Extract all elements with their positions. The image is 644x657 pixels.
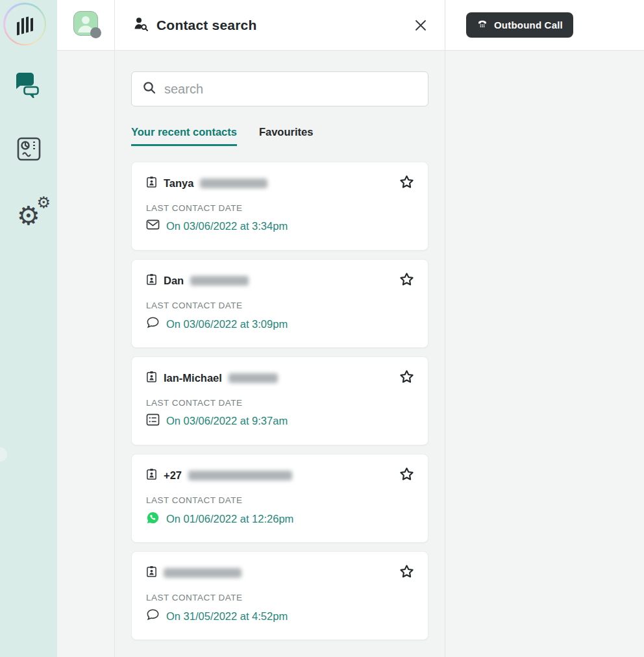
workspace-pane: Outbound Call: [445, 0, 644, 657]
agent-column: [57, 0, 114, 657]
redacted-name: [200, 179, 267, 188]
phone-dialpad-icon: [477, 18, 488, 32]
sidebar-collapse-handle[interactable]: [0, 447, 7, 462]
dashboard-icon: [13, 134, 44, 167]
agent-avatar[interactable]: [73, 11, 98, 36]
email-icon: [146, 219, 160, 233]
contact-name: Dan: [164, 275, 184, 287]
contact-card[interactable]: +27 LAST CONTACT DATE On 01/06/2022 at 1…: [131, 454, 428, 543]
outbound-call-label: Outbound Call: [494, 19, 563, 31]
sidebar-item-settings[interactable]: ⚙ ⚙: [0, 203, 57, 229]
chat-bubbles-icon: [13, 67, 44, 101]
chat-icon: [146, 316, 160, 332]
status-dot: [90, 27, 101, 38]
form-icon: [146, 414, 160, 428]
panel-body: Your recent contacts Favourites Tanya: [115, 51, 445, 657]
sidebar-item-dashboard[interactable]: [0, 134, 57, 167]
outbound-call-button[interactable]: Outbound Call: [466, 12, 573, 38]
brand-logo-mark: [17, 15, 33, 35]
redacted-name: [164, 568, 242, 578]
contact-card[interactable]: Dan LAST CONTACT DATE On 03/06/2022 at 3…: [131, 259, 428, 348]
contact-search-panel: Contact search Your recent contacts: [114, 0, 445, 657]
contact-badge-icon: [146, 273, 157, 288]
contact-card[interactable]: Tanya LAST CONTACT DATE On 03/06/2022 at…: [131, 162, 428, 251]
sidebar: ⚙ ⚙: [0, 0, 57, 657]
redacted-name: [188, 471, 292, 480]
contact-name: +27: [164, 469, 182, 482]
last-contact-date[interactable]: On 03/06/2022 at 9:37am: [166, 415, 288, 427]
search-icon: [142, 81, 156, 97]
whatsapp-icon: [146, 511, 160, 527]
last-contact-date[interactable]: On 03/06/2022 at 3:34pm: [166, 220, 288, 232]
contact-card[interactable]: LAST CONTACT DATE On 31/05/2022 at 4:52p…: [131, 551, 428, 640]
favourite-star-icon[interactable]: [399, 564, 415, 582]
brand-logo: [3, 3, 46, 45]
panel-header: Contact search: [115, 0, 445, 51]
contact-badge-icon: [146, 175, 157, 191]
last-contact-label: LAST CONTACT DATE: [146, 593, 414, 602]
last-contact-label: LAST CONTACT DATE: [146, 398, 414, 408]
favourite-star-icon[interactable]: [399, 271, 415, 290]
favourite-star-icon[interactable]: [399, 174, 415, 193]
gear-icon: ⚙ ⚙: [17, 203, 40, 229]
last-contact-date[interactable]: On 31/05/2022 at 4:52pm: [166, 610, 288, 623]
last-contact-date[interactable]: On 01/06/2022 at 12:26pm: [166, 513, 293, 525]
tab-your-recent-contacts[interactable]: Your recent contacts: [131, 126, 237, 146]
last-contact-label: LAST CONTACT DATE: [146, 203, 414, 213]
redacted-name: [190, 276, 249, 286]
contact-list: Tanya LAST CONTACT DATE On 03/06/2022 at…: [131, 162, 428, 640]
contact-name: Ian-Michael: [164, 372, 222, 384]
tab-favourites[interactable]: Favourites: [259, 126, 313, 144]
contact-badge-icon: [146, 370, 157, 386]
search-input[interactable]: [164, 82, 417, 97]
last-contact-date[interactable]: On 03/06/2022 at 3:09pm: [166, 318, 288, 330]
contact-card[interactable]: Ian-Michael LAST CONTACT DATE: [131, 356, 428, 445]
favourite-star-icon[interactable]: [399, 369, 415, 388]
last-contact-label: LAST CONTACT DATE: [146, 495, 414, 505]
app-window: ⚙ ⚙: [0, 0, 644, 657]
search-box: [131, 71, 428, 106]
contact-badge-icon: [146, 467, 157, 483]
page-title: Contact search: [156, 18, 412, 33]
chat-icon: [146, 608, 160, 624]
contact-search-icon: [133, 16, 149, 34]
favourite-star-icon[interactable]: [399, 466, 415, 485]
close-icon[interactable]: [412, 17, 429, 34]
sidebar-item-conversations[interactable]: [0, 67, 57, 101]
contact-badge-icon: [146, 565, 157, 580]
tab-bar: Your recent contacts Favourites: [131, 126, 428, 146]
redacted-name: [229, 373, 278, 383]
contact-name: Tanya: [164, 177, 193, 190]
last-contact-label: LAST CONTACT DATE: [146, 301, 414, 310]
